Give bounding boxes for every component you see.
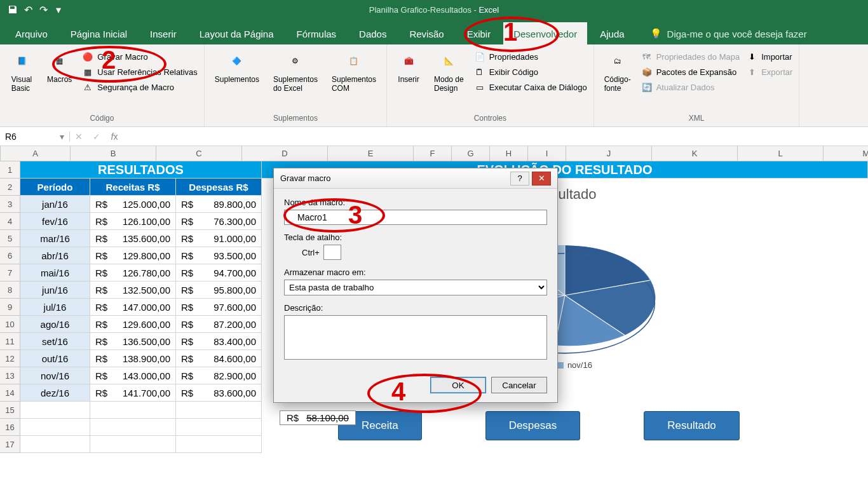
tell-me[interactable]: 💡 Diga-me o que você deseja fazer [650,28,807,44]
name-box-input[interactable] [5,132,43,142]
group-controls-label: Controles [393,114,587,126]
dialog-title: Gravar macro [280,173,330,183]
record-macro-dialog: Gravar macro ? ✕ Nome da macro: Tecla de… [273,168,558,403]
col-header[interactable]: G [452,146,490,161]
pack-icon: 📦 [641,66,653,78]
name-box[interactable]: ▾ [0,132,70,142]
col-header[interactable]: D [242,146,328,161]
tab-file[interactable]: Arquivo [5,22,58,44]
tell-me-label: Diga-me o que você deseja fazer [667,29,807,39]
ribbon: 📘Visual Basic ▦Macros 🔴Gravar Macro ▦Usa… [0,44,868,127]
tab-data[interactable]: Dados [349,22,397,44]
close-icon[interactable]: ✕ [532,172,551,186]
window-title: Planilha Grafico-Resultados - Excel [369,5,499,15]
map-properties-button: 🗺Propriedades do Mapa [641,51,740,62]
ctrl-prefix: Ctrl+ [302,248,320,257]
use-relative-refs-button[interactable]: ▦Usar Referências Relativas [82,66,198,78]
insert-control-button[interactable]: 🧰Inserir [393,47,424,86]
resultado-button[interactable]: Resultado [644,411,740,440]
redo-icon[interactable]: ↷ [36,2,51,17]
col-header[interactable]: K [652,146,738,161]
col-header[interactable]: B [71,146,156,161]
addins-button[interactable]: 🔷Suplementos [211,47,263,86]
tab-developer[interactable]: Desenvolvedor [503,22,587,44]
expansion-packs-button[interactable]: 📦Pacotes de Expansão [641,66,740,78]
ok-button[interactable]: OK [430,377,486,393]
source-button[interactable]: 🗂Código- fonte [600,47,635,95]
store-in-select[interactable]: Esta pasta de trabalho [284,280,547,295]
macro-name-input[interactable] [284,210,547,225]
tab-home[interactable]: Página Inicial [60,22,137,44]
col-header[interactable]: J [566,146,652,161]
enter-formula-icon: ✓ [88,132,105,142]
tab-insert[interactable]: Inserir [140,22,187,44]
description-textarea[interactable] [284,315,547,360]
view-code-button[interactable]: 🗒Exibir Código [474,66,587,78]
col-header[interactable]: L [738,146,824,161]
record-macro-button[interactable]: 🔴Gravar Macro [82,51,198,62]
refresh-icon: 🔄 [641,81,653,93]
shortcut-key-input[interactable] [323,245,341,260]
col-header[interactable]: M [824,146,868,161]
save-icon[interactable] [5,2,20,17]
col-header[interactable]: E [328,146,414,161]
map-icon: 🗺 [641,51,653,62]
macros-button[interactable]: ▦Macros [43,47,76,86]
properties-icon: 📄 [474,51,485,62]
column-headers: A B C D E F G H I J K L M N [0,146,868,161]
data-table: 1RESULTADOS2PeríodoReceitas R$Despesas R… [0,161,262,453]
file-name: Planilha Grafico-Resultados [369,5,471,15]
formula-input[interactable] [123,132,868,141]
qat-more-icon[interactable]: ▾ [51,2,66,17]
col-header[interactable]: I [528,146,566,161]
export-button: ⬆Exportar [746,66,792,78]
help-icon[interactable]: ? [510,172,529,186]
description-label: Descrição: [284,303,547,313]
warning-icon: ⚠ [82,81,93,93]
refresh-data-button: 🔄Atualizar Dados [641,81,740,93]
lightbulb-icon: 💡 [650,28,662,39]
tab-help[interactable]: Ajuda [590,22,634,44]
cancel-formula-icon: ✕ [70,132,88,142]
tab-layout[interactable]: Layout da Página [189,22,284,44]
group-addins-label: Suplementos [211,114,380,126]
sum-cell: R$58.100,00 [280,410,356,425]
excel-addins-button[interactable]: ⚙Suplementos do Excel [269,47,322,95]
design-mode-button[interactable]: 📐Modo de Design [430,47,468,95]
shortcut-label: Tecla de atalho: [284,233,547,242]
macro-name-label: Nome da macro: [284,198,547,207]
store-in-label: Armazenar macro em: [284,268,547,277]
import-icon: ⬇ [746,51,757,62]
export-icon: ⬆ [746,66,757,78]
com-addins-button[interactable]: 📋Suplementos COM [328,47,380,95]
tab-review[interactable]: Revisão [399,22,454,44]
col-header[interactable]: A [1,146,71,161]
import-button[interactable]: ⬇Importar [746,51,792,62]
tab-formulas[interactable]: Fórmulas [287,22,347,44]
despesas-button[interactable]: Despesas [485,411,581,440]
run-dialog-button[interactable]: ▭Executar Caixa de Diálogo [474,81,587,93]
group-code-label: Código [6,114,198,126]
undo-icon[interactable]: ↶ [20,2,36,17]
record-icon: 🔴 [82,51,93,62]
col-header[interactable]: C [156,146,242,161]
properties-button[interactable]: 📄Propriedades [474,51,587,62]
col-header[interactable]: F [414,146,452,161]
title-bar: ↶ ↷ ▾ Planilha Grafico-Resultados - Exce… [0,0,868,19]
app-name: Excel [478,5,499,15]
cancel-button[interactable]: Cancelar [491,377,547,393]
code-icon: 🗒 [474,66,485,78]
fx-icon[interactable]: fx [105,132,123,142]
dialog-icon: ▭ [474,81,485,93]
grid-icon: ▦ [82,66,93,78]
ribbon-tabs: Arquivo Página Inicial Inserir Layout da… [0,19,868,44]
tab-view[interactable]: Exibir [457,22,501,44]
macro-security-button[interactable]: ⚠Segurança de Macro [82,81,198,93]
col-header[interactable]: H [490,146,528,161]
chevron-down-icon[interactable]: ▾ [60,132,64,142]
formula-bar: ▾ ✕ ✓ fx [0,127,868,146]
group-xml-label: XML [600,114,793,126]
visual-basic-button[interactable]: 📘Visual Basic [6,47,37,95]
